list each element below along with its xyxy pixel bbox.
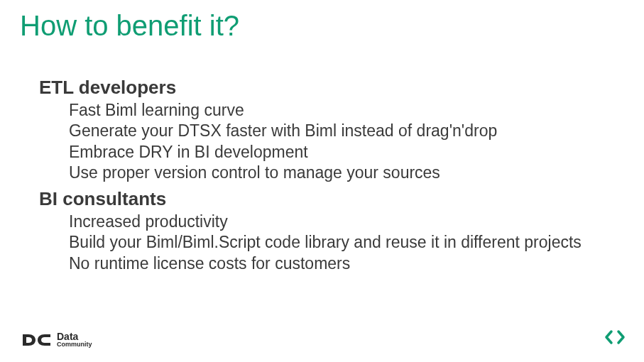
- list-item: Embrace DRY in BI development: [69, 142, 616, 163]
- code-brackets-icon: [604, 329, 626, 348]
- section-heading: BI consultants: [39, 188, 616, 210]
- list-item: Use proper version control to manage you…: [69, 163, 616, 183]
- footer-logo-primary: Data: [57, 331, 92, 341]
- section-items: Increased productivity Build your Biml/B…: [69, 212, 616, 274]
- section-items: Fast Biml learning curve Generate your D…: [69, 100, 616, 184]
- section-heading: ETL developers: [39, 77, 616, 99]
- slide-title: How to benefit it?: [20, 10, 239, 42]
- footer-logo: Data Community: [21, 331, 92, 348]
- slide: How to benefit it? ETL developers Fast B…: [0, 0, 644, 362]
- footer-logo-secondary: Community: [57, 341, 92, 348]
- list-item: Increased productivity: [69, 212, 616, 232]
- list-item: Build your Biml/Biml.Script code library…: [69, 232, 616, 253]
- list-item: Generate your DTSX faster with Biml inst…: [69, 121, 616, 141]
- slide-content: ETL developers Fast Biml learning curve …: [39, 77, 616, 278]
- list-item: Fast Biml learning curve: [69, 100, 616, 121]
- list-item: No runtime license costs for customers: [69, 253, 616, 274]
- footer-logo-text: Data Community: [57, 331, 92, 348]
- footer: Data Community: [21, 331, 92, 348]
- dc-logo-icon: [21, 332, 53, 348]
